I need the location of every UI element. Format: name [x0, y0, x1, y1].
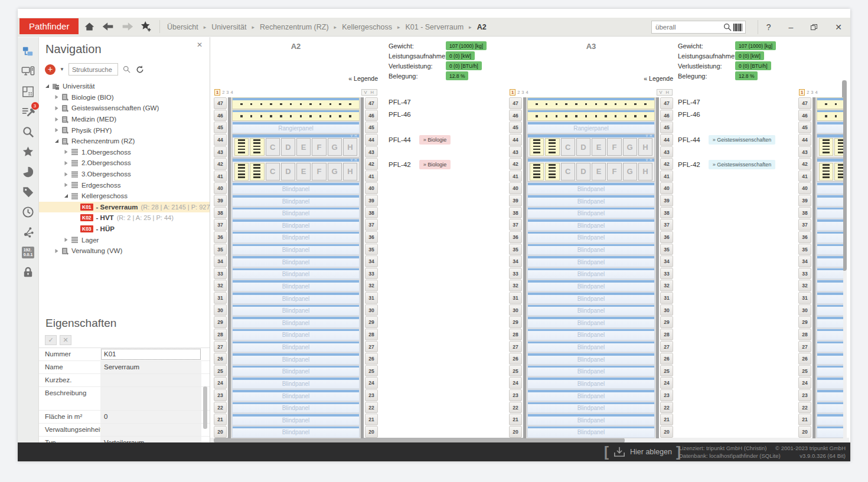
blank-panel-unit[interactable]: Blindpanel — [232, 244, 360, 255]
module-slot-empty[interactable]: D — [576, 138, 590, 156]
tree-expander-icon[interactable] — [53, 106, 60, 111]
module-slot-occupied[interactable] — [545, 138, 559, 156]
property-value-field[interactable]: K01 — [100, 348, 201, 360]
minimize-icon[interactable]: – — [788, 23, 793, 31]
orientation-toggle[interactable]: V H — [657, 89, 673, 96]
blank-panel-unit[interactable]: Blindpanel — [232, 353, 360, 365]
department-tag[interactable]: » Geisteswissenschaften — [709, 135, 776, 145]
chevron-down-icon[interactable]: ▼ — [60, 67, 64, 72]
sidebar-floorplan-icon[interactable] — [21, 84, 36, 99]
patch-panel-unit[interactable] — [527, 110, 655, 122]
blank-panel-unit[interactable]: Blindpanel — [232, 195, 360, 206]
module-slot-empty[interactable]: D — [281, 138, 295, 156]
blank-panel-unit[interactable]: Blindpanel — [527, 316, 655, 328]
sidebar-tag-icon[interactable] — [21, 185, 36, 199]
tree-item[interactable]: Geisteswissenschaften (GW) — [39, 103, 210, 114]
blank-panel-unit[interactable]: Blindpanel — [232, 231, 360, 243]
blank-panel-unit[interactable]: Blindpanel — [232, 304, 360, 316]
legend-link[interactable]: « Legende — [214, 75, 378, 82]
tree-expander-icon[interactable] — [63, 194, 69, 198]
module-slot-empty[interactable]: F — [312, 138, 326, 156]
tree-item[interactable]: Lager — [39, 234, 210, 245]
breadcrumb-item[interactable]: Kellergeschoss — [342, 23, 392, 31]
module-slot-occupied[interactable] — [530, 163, 544, 181]
breadcrumb-item[interactable]: A2 — [477, 23, 487, 31]
module-slot-occupied[interactable] — [834, 138, 843, 156]
blank-panel-unit[interactable]: Blindpanel — [232, 389, 360, 401]
properties-scrollbar[interactable] — [203, 386, 207, 429]
pfl-label-row[interactable]: PFL-42» Geisteswissenschaften — [678, 160, 775, 169]
restore-window-icon[interactable] — [811, 24, 817, 30]
rack-slot-tab[interactable]: 1 — [799, 89, 805, 96]
blank-panel-unit[interactable]: Blindpanel — [527, 365, 655, 377]
rack-slot-tab[interactable]: 3 — [226, 90, 229, 95]
module-panel-unit[interactable]: V HCDEFGH — [817, 134, 843, 158]
module-slot-empty[interactable]: E — [296, 138, 311, 156]
add-node-button[interactable]: + — [45, 64, 56, 75]
barcode-scan-icon[interactable] — [733, 24, 742, 31]
patch-panel-unit[interactable] — [817, 97, 843, 109]
blank-panel-unit[interactable]: Blindpanel — [817, 255, 843, 267]
legend-link[interactable]: « Legende — [509, 75, 673, 82]
module-slot-occupied[interactable] — [234, 163, 249, 181]
tree-item[interactable]: Rechenzentrum (RZ) — [39, 136, 210, 147]
blank-panel-unit[interactable]: Blindpanel — [232, 280, 360, 291]
module-slot-empty[interactable]: H — [638, 163, 652, 181]
blank-panel-unit[interactable]: Blindpanel — [817, 402, 843, 414]
blank-panel-unit[interactable]: Blindpanel — [527, 219, 655, 231]
module-slot-empty[interactable]: F — [607, 163, 621, 181]
blank-panel-unit[interactable]: Blindpanel — [232, 365, 360, 377]
department-tag[interactable]: » Geisteswissenschaften — [709, 160, 776, 169]
tree-item[interactable]: Physik (PHY) — [39, 124, 210, 136]
rack-slot-tab[interactable]: 2 — [807, 90, 809, 95]
blank-panel-unit[interactable]: Blindpanel — [527, 292, 655, 304]
blank-panel-unit[interactable]: Blindpanel — [232, 207, 360, 219]
blank-panel-unit[interactable]: Blindpanel — [527, 426, 655, 438]
pfl-label-row[interactable]: PFL-44» Biologie — [389, 135, 451, 145]
blank-panel-unit[interactable]: Blindpanel — [817, 414, 843, 425]
property-value-field[interactable] — [100, 387, 201, 410]
blank-panel-unit[interactable]: Blindpanel — [232, 316, 360, 328]
blank-panel-unit[interactable]: Blindpanel — [817, 316, 843, 328]
blank-panel-unit[interactable]: Rangierpanel — [232, 122, 360, 133]
patch-panel-unit[interactable] — [232, 97, 360, 109]
blank-panel-unit[interactable]: Blindpanel — [817, 329, 843, 340]
blank-panel-unit[interactable]: Blindpanel — [232, 268, 360, 280]
tree-item[interactable]: K02- HVT(R: 2 | A: 25 | P: 44) — [39, 212, 210, 224]
tree-expander-icon[interactable] — [53, 139, 60, 143]
module-slot-empty[interactable]: C — [561, 163, 575, 181]
pfl-label-row[interactable]: PFL-46 — [389, 111, 411, 118]
tree-expander-icon[interactable] — [53, 94, 60, 100]
blank-panel-unit[interactable]: Blindpanel — [817, 426, 843, 438]
drop-zone[interactable]: [ Hier ablegen ] — [604, 444, 681, 460]
tree-expander-icon[interactable] — [63, 182, 69, 188]
blank-panel-unit[interactable]: Blindpanel — [527, 341, 655, 353]
property-value-field[interactable]: 0 — [100, 411, 201, 423]
blank-panel-unit[interactable]: Blindpanel — [817, 377, 843, 389]
blank-panel-unit[interactable]: Blindpanel — [527, 280, 655, 291]
blank-panel-unit[interactable]: Blindpanel — [232, 414, 360, 425]
pfl-label-row[interactable]: PFL-47 — [389, 99, 411, 106]
blank-panel-unit[interactable]: Blindpanel — [817, 219, 843, 231]
structure-search-input[interactable] — [68, 63, 118, 76]
patch-panel-unit[interactable] — [527, 97, 655, 109]
tree-expander-icon[interactable] — [53, 117, 60, 122]
module-panel-unit[interactable]: V HCDEFGH — [232, 134, 360, 158]
blank-panel-unit[interactable]: Blindpanel — [232, 426, 360, 438]
blank-panel-unit[interactable]: Blindpanel — [527, 329, 655, 340]
blank-panel-unit[interactable]: Blindpanel — [232, 341, 360, 353]
module-slot-empty[interactable]: C — [266, 163, 280, 181]
back-arrow-icon[interactable] — [100, 19, 116, 34]
department-tag[interactable]: » Biologie — [419, 135, 451, 145]
tree-expander-icon[interactable] — [63, 160, 69, 166]
blank-panel-unit[interactable]: Blindpanel — [817, 353, 843, 365]
tree-expander-icon[interactable] — [63, 237, 69, 242]
blank-panel-unit[interactable]: Blindpanel — [232, 329, 360, 340]
rack-slot-tab[interactable]: 4 — [526, 90, 528, 95]
module-slot-empty[interactable]: H — [343, 163, 357, 181]
patch-panel-unit[interactable] — [817, 110, 843, 122]
module-slot-empty[interactable]: H — [343, 138, 357, 156]
module-slot-empty[interactable]: D — [281, 163, 295, 181]
module-slot-empty[interactable]: H — [638, 138, 652, 156]
blank-panel-unit[interactable]: Blindpanel — [527, 304, 655, 316]
